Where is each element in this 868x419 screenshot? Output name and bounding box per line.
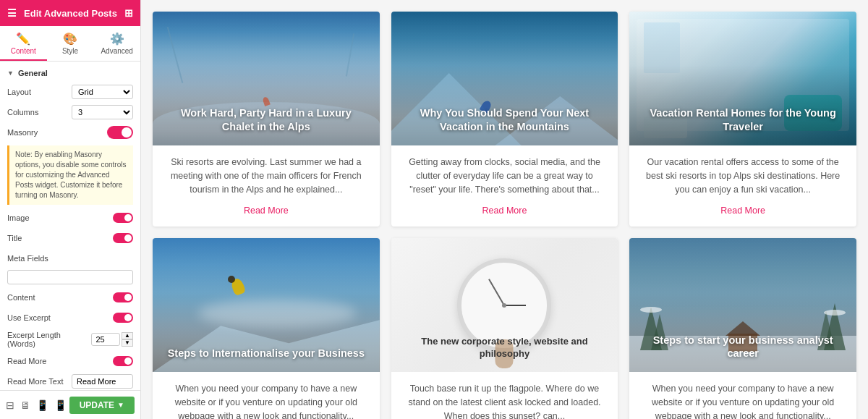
tab-content-label: Content <box>11 47 36 55</box>
icon-desktop[interactable]: 🖥 <box>20 399 30 411</box>
general-section-label: General <box>18 69 48 77</box>
post-image-1: Work Hard, Party Hard in a Luxury Chalet… <box>153 12 380 145</box>
general-section-header[interactable]: ▼ General <box>0 62 140 82</box>
title-label: Title <box>7 234 109 242</box>
sidebar-tabs: ✏️ Content 🎨 Style ⚙️ Advanced <box>0 26 140 62</box>
read-more-text-field: Read More Text <box>0 371 140 390</box>
post-title-overlay-2: Why You Should Spend Your Next Vacation … <box>391 95 618 145</box>
post-body-4: When you need your company to have a new… <box>153 372 380 419</box>
masonry-note-text: Note: By enabling Masonry options, you d… <box>15 151 126 199</box>
grid-icon[interactable]: ⊞ <box>124 7 133 19</box>
post-title-overlay-6: Steps to start your business analyst car… <box>629 322 856 373</box>
post-body-6: When you need your company to have a new… <box>629 372 856 419</box>
update-label: UPDATE <box>80 400 114 410</box>
excerpt-length-label: Excerpt Length (Words) <box>7 331 87 348</box>
post-image-3: Vacation Rental Homes for the Young Trav… <box>629 12 856 145</box>
read-more-link-1[interactable]: Read More <box>244 206 289 216</box>
meta-fields-input-wrapper <box>7 270 133 284</box>
menu-icon[interactable]: ☰ <box>7 7 17 19</box>
icon-mobile[interactable]: 📱 <box>54 399 67 411</box>
read-more-toggle[interactable] <box>113 356 133 366</box>
post-body-5: Touch base run it up the flagpole. Where… <box>391 372 618 419</box>
post-card-1: Work Hard, Party Hard in a Luxury Chalet… <box>153 12 380 227</box>
post-card-6: Steps to start your business analyst car… <box>629 238 856 419</box>
tab-advanced[interactable]: ⚙️ Advanced <box>93 26 140 61</box>
bottom-icons-group: ⊟ 🖥 📱 📱 <box>6 399 67 411</box>
read-more-toggle-knob <box>124 357 132 365</box>
layout-select[interactable]: Grid List Carousel <box>72 85 133 99</box>
icon-grid[interactable]: ⊟ <box>6 399 14 411</box>
post-excerpt-2: Getting away from clocks, social media, … <box>403 156 607 196</box>
read-more-text-label: Read More Text <box>7 377 67 386</box>
layout-field: Layout Grid List Carousel <box>0 82 140 102</box>
update-button[interactable]: UPDATE ▼ <box>69 397 135 414</box>
post-title-overlay-3: Vacation Rental Homes for the Young Trav… <box>629 95 856 145</box>
style-icon: 🎨 <box>63 32 77 46</box>
sidebar-header: ☰ Edit Advanced Posts ⊞ <box>0 0 140 26</box>
columns-field: Columns 1 2 3 4 <box>0 102 140 122</box>
title-field: Title <box>0 228 140 248</box>
post-excerpt-3: Our vacation rental offers access to som… <box>641 156 845 196</box>
post-card-4: Steps to Internationalise your Business … <box>153 238 380 419</box>
post-image-6: Steps to start your business analyst car… <box>629 238 856 372</box>
content-icon: ✏️ <box>16 32 30 46</box>
meta-fields-input[interactable] <box>7 270 133 284</box>
columns-select[interactable]: 1 2 3 4 <box>72 105 133 119</box>
advanced-icon: ⚙️ <box>110 32 124 46</box>
sidebar: ☰ Edit Advanced Posts ⊞ ✏️ Content 🎨 Sty… <box>0 0 141 419</box>
content-toggle-knob <box>124 294 132 301</box>
tab-advanced-label: Advanced <box>101 47 132 55</box>
post-title-overlay-5: The new corporate style, website and phi… <box>391 324 618 372</box>
excerpt-length-spinners: ▲ ▼ <box>122 332 133 347</box>
title-toggle[interactable] <box>113 233 133 243</box>
read-more-text-input[interactable] <box>72 374 133 389</box>
post-body-3: Our vacation rental offers access to som… <box>629 145 856 227</box>
image-toggle-knob <box>124 214 132 221</box>
use-excerpt-toggle-knob <box>124 314 132 321</box>
post-image-4: Steps to Internationalise your Business <box>153 238 380 372</box>
masonry-toggle[interactable] <box>107 126 133 139</box>
read-more-link-3[interactable]: Read More <box>720 206 765 216</box>
sidebar-title: Edit Advanced Posts <box>17 8 124 19</box>
excerpt-length-field: Excerpt Length (Words) ▲ ▼ <box>0 328 140 351</box>
post-excerpt-5: Touch base run it up the flagpole. Where… <box>403 382 607 419</box>
post-card-2: Why You Should Spend Your Next Vacation … <box>391 12 618 227</box>
read-more-field: Read More <box>0 351 140 371</box>
sidebar-bottom: ⊟ 🖥 📱 📱 UPDATE ▼ <box>0 390 140 419</box>
image-label: Image <box>7 213 109 222</box>
excerpt-length-input[interactable] <box>91 333 120 346</box>
post-title-overlay-1: Work Hard, Party Hard in a Luxury Chalet… <box>153 95 380 145</box>
layout-label: Layout <box>7 88 67 96</box>
post-title-overlay-4: Steps to Internationalise your Business <box>153 335 380 372</box>
post-body-1: Ski resorts are evolving. Last summer we… <box>153 145 380 227</box>
post-excerpt-4: When you need your company to have a new… <box>164 382 368 419</box>
meta-fields-label: Meta Fields <box>7 254 133 263</box>
read-more-label: Read More <box>7 357 109 365</box>
image-toggle[interactable] <box>113 213 133 223</box>
sidebar-content: ▼ General Layout Grid List Carousel Colu… <box>0 62 140 390</box>
post-excerpt-6: When you need your company to have a new… <box>641 382 845 419</box>
tab-style-label: Style <box>62 47 78 55</box>
content-toggle[interactable] <box>113 292 133 302</box>
use-excerpt-field: Use Excerpt <box>0 308 140 328</box>
post-card-3: Vacation Rental Homes for the Young Trav… <box>629 12 856 227</box>
excerpt-length-up[interactable]: ▲ <box>122 332 133 339</box>
post-card-5: The new corporate style, website and phi… <box>391 238 618 419</box>
post-image-5: The new corporate style, website and phi… <box>391 238 618 372</box>
posts-grid: Work Hard, Party Hard in a Luxury Chalet… <box>153 12 856 419</box>
post-image-2: Why You Should Spend Your Next Vacation … <box>391 12 618 145</box>
masonry-field: Masonry <box>0 122 140 143</box>
masonry-note: Note: By enabling Masonry options, you d… <box>7 145 133 205</box>
read-more-link-2[interactable]: Read More <box>482 206 527 216</box>
general-arrow-icon: ▼ <box>7 69 14 77</box>
tab-content[interactable]: ✏️ Content <box>0 26 47 61</box>
tab-style[interactable]: 🎨 Style <box>47 26 94 61</box>
use-excerpt-toggle[interactable] <box>113 313 133 323</box>
main-content: Work Hard, Party Hard in a Luxury Chalet… <box>141 0 868 419</box>
meta-fields-row: Meta Fields <box>0 248 140 268</box>
image-field: Image <box>0 208 140 228</box>
masonry-label: Masonry <box>7 128 103 137</box>
use-excerpt-label: Use Excerpt <box>7 313 109 322</box>
excerpt-length-down[interactable]: ▼ <box>122 339 133 347</box>
icon-tablet[interactable]: 📱 <box>36 399 48 411</box>
